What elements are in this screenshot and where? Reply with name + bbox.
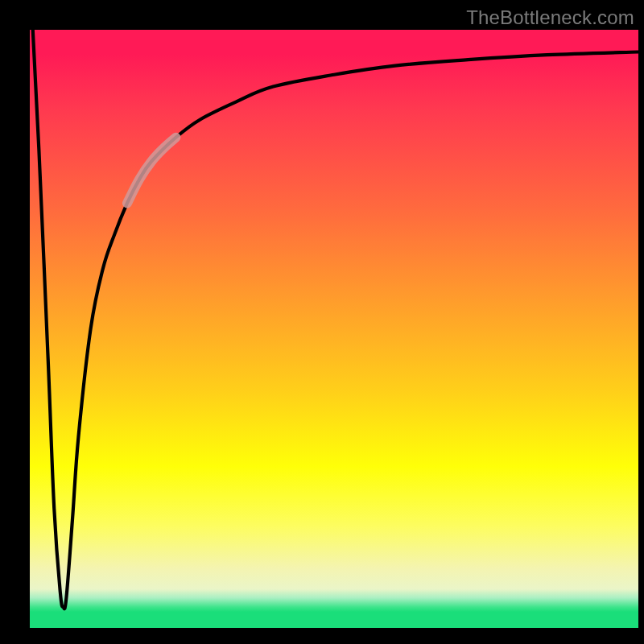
chart-frame: TheBottleneck.com — [0, 0, 644, 644]
watermark-text: TheBottleneck.com — [466, 6, 634, 29]
plot-area — [30, 30, 638, 628]
bottleneck-curve — [33, 30, 638, 609]
highlight-segment — [127, 138, 175, 204]
curve-svg — [30, 30, 638, 628]
